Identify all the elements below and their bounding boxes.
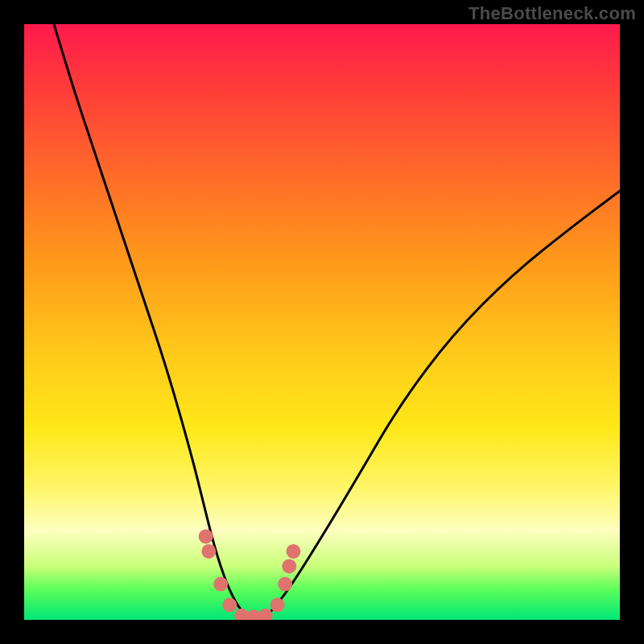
curve-marker <box>199 529 213 543</box>
curve-marker <box>222 598 237 613</box>
chart-area <box>24 24 620 620</box>
curve-marker <box>278 577 292 592</box>
curve-path <box>54 24 620 620</box>
bottleneck-curve <box>24 24 620 620</box>
curve-marker <box>286 544 300 559</box>
attribution-label: TheBottleneck.com <box>469 3 636 24</box>
curve-marker <box>201 544 216 559</box>
curve-marker <box>282 559 296 573</box>
curve-marker <box>213 577 228 592</box>
curve-marker <box>270 598 285 613</box>
